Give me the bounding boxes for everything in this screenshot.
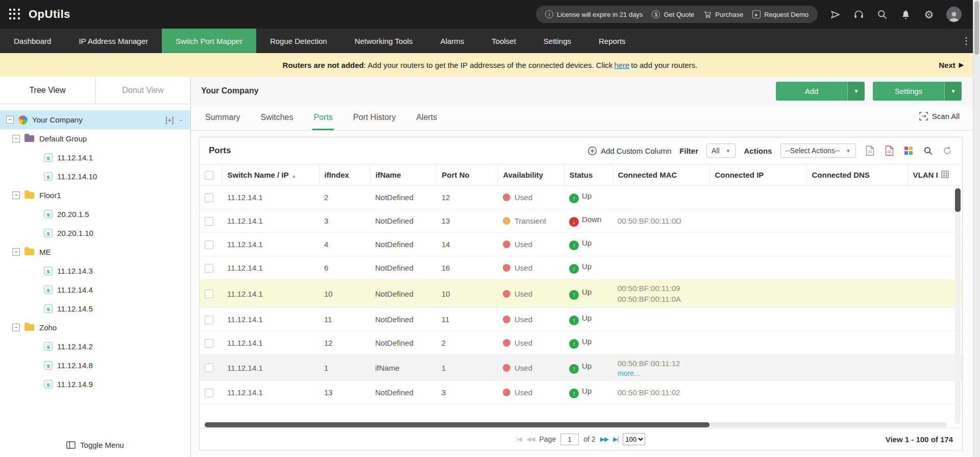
nav-item-alarms[interactable]: Alarms	[427, 29, 478, 53]
tab-donut-view[interactable]: Donut View	[95, 77, 190, 104]
row-checkbox[interactable]	[205, 264, 213, 273]
settings-dropdown-caret-icon[interactable]: ▼	[944, 82, 962, 101]
tree-node-11-12-14-3[interactable]: s11.12.14.3	[0, 261, 190, 280]
port-row[interactable]: 11.12.14.112NotDefined2Used↑Up	[200, 331, 962, 355]
vertical-scroll-thumb[interactable]	[955, 188, 961, 212]
column-header-vlan-i[interactable]: VLAN I	[908, 164, 962, 186]
column-header-connected-mac[interactable]: Connected MAC	[612, 164, 709, 186]
row-checkbox[interactable]	[205, 364, 213, 372]
nav-item-switch-port-mapper[interactable]: Switch Port Mapper	[162, 29, 256, 53]
scan-all-button[interactable]: Scan All	[919, 112, 960, 121]
settings-gear-icon[interactable]: ⚙	[923, 8, 935, 20]
settings-button[interactable]: Settings ▼	[873, 82, 962, 101]
page-size-select[interactable]: 100	[623, 433, 645, 445]
table-horizontal-scrollbar[interactable]	[205, 422, 947, 427]
tree-group-zoho[interactable]: −Zoho	[0, 318, 190, 337]
tree-node-11-12-14-4[interactable]: s11.12.14.4	[0, 280, 190, 299]
tree-node-20-20-1-10[interactable]: s20.20.1.10	[0, 224, 190, 243]
tree-node-11-12-14-8[interactable]: s11.12.14.8	[0, 356, 190, 375]
more-link[interactable]: more...	[618, 369, 640, 377]
apps-grid-icon[interactable]	[9, 9, 20, 20]
notifications-bell-icon[interactable]	[899, 8, 912, 20]
tab-switches[interactable]: Switches	[259, 113, 294, 130]
nav-item-reports[interactable]: Reports	[585, 29, 640, 53]
pager-first-icon[interactable]: |◀	[517, 436, 522, 443]
port-row[interactable]: 11.12.14.113NotDefined3Used↑Up00:50:BF:0…	[200, 381, 962, 404]
send-feedback-icon[interactable]	[829, 8, 841, 20]
add-button[interactable]: Add ▼	[776, 82, 865, 101]
tab-tree-view[interactable]: Tree View	[0, 77, 95, 104]
add-dropdown-caret-icon[interactable]: ▼	[847, 82, 865, 101]
select-all-checkbox[interactable]	[205, 171, 213, 180]
tree-group-default-group[interactable]: −Default Group	[0, 129, 190, 148]
filter-dropdown[interactable]: All ▼	[706, 143, 736, 158]
tab-ports[interactable]: Ports	[312, 113, 333, 130]
collapse-toggle-icon[interactable]: −	[12, 191, 20, 199]
nav-item-networking-tools[interactable]: Networking Tools	[341, 29, 427, 53]
pager-next-icon[interactable]: ▶▶	[600, 436, 608, 443]
collapse-all-control[interactable]: -	[180, 116, 182, 124]
column-header-switch-name-ip[interactable]: Switch Name / IP▲	[222, 164, 319, 186]
pager-last-icon[interactable]: ▶|	[613, 436, 618, 443]
horizontal-scroll-thumb[interactable]	[205, 422, 709, 427]
tree-group-floor1[interactable]: −Floor1	[0, 186, 190, 205]
collapse-toggle-icon[interactable]: −	[12, 324, 20, 331]
table-vertical-scrollbar[interactable]	[955, 187, 961, 424]
row-checkbox[interactable]	[205, 217, 213, 226]
support-headset-icon[interactable]	[852, 8, 865, 20]
row-checkbox[interactable]	[205, 339, 213, 348]
add-routers-here-link[interactable]: here	[614, 61, 629, 69]
port-row[interactable]: 11.12.14.13NotDefined13Transient↓Down00:…	[200, 209, 962, 233]
column-chooser-icon[interactable]	[903, 145, 914, 156]
tree-node-11-12-14-1[interactable]: s11.12.14.1	[0, 148, 190, 167]
port-row[interactable]: 11.12.14.111NotDefined11Used↑Up	[200, 308, 962, 331]
tree-node-11-12-14-5[interactable]: s11.12.14.5	[0, 299, 190, 318]
nav-item-rogue-detection[interactable]: Rogue Detection	[256, 29, 341, 53]
column-header-connected-dns[interactable]: Connected DNS	[806, 164, 908, 186]
port-row[interactable]: 11.12.14.11ifName1Used↑Up00:50:BF:00:11:…	[200, 355, 962, 381]
nav-item-settings[interactable]: Settings	[530, 29, 585, 53]
nav-item-dashboard[interactable]: Dashboard	[0, 29, 65, 53]
add-custom-column-button[interactable]: Add Custom Column	[587, 146, 671, 156]
export-pdf-icon[interactable]	[884, 145, 895, 156]
table-settings-grid-icon[interactable]	[941, 171, 949, 178]
port-row[interactable]: 11.12.14.16NotDefined16Used↑Up	[200, 256, 962, 280]
nav-item-ip-address-manager[interactable]: IP Address Manager	[65, 29, 162, 53]
column-header-connected-ip[interactable]: Connected IP	[709, 164, 806, 186]
expand-all-control[interactable]: [+]	[165, 116, 174, 124]
column-header-availability[interactable]: Availability	[498, 164, 564, 186]
pager-prev-icon[interactable]: ◀◀	[526, 436, 534, 443]
tab-port-history[interactable]: Port History	[352, 113, 397, 130]
port-row[interactable]: 11.12.14.14NotDefined14Used↑Up	[200, 233, 962, 256]
column-header-status[interactable]: Status	[564, 164, 612, 186]
toggle-menu-button[interactable]: Toggle Menu	[0, 432, 190, 457]
export-csv-icon[interactable]	[864, 145, 875, 156]
collapse-toggle-icon[interactable]: −	[6, 116, 14, 124]
tree-root-your-company[interactable]: − Your Company [+] -	[0, 110, 190, 129]
window-scrollbar[interactable]	[973, 0, 980, 457]
column-header-port-no[interactable]: Port No	[436, 164, 498, 186]
tree-node-20-20-1-5[interactable]: s20.20.1.5	[0, 205, 190, 224]
row-checkbox[interactable]	[205, 194, 213, 202]
tab-alerts[interactable]: Alerts	[415, 113, 438, 130]
row-checkbox[interactable]	[205, 316, 213, 324]
banner-next-button[interactable]: Next ▶	[939, 61, 964, 69]
actions-dropdown[interactable]: --Select Actions-- ▼	[780, 143, 856, 158]
tree-node-11-12-14-9[interactable]: s11.12.14.9	[0, 375, 190, 394]
window-scroll-thumb[interactable]	[974, 1, 979, 55]
column-header-ifname[interactable]: ifName	[370, 164, 436, 186]
refresh-icon[interactable]	[942, 145, 953, 156]
row-checkbox[interactable]	[205, 240, 213, 249]
collapse-toggle-icon[interactable]: −	[12, 135, 20, 142]
nav-item-toolset[interactable]: Toolset	[478, 29, 530, 53]
tree-node-11-12-14-10[interactable]: s11.12.14.10	[0, 167, 190, 186]
tab-summary[interactable]: Summary	[204, 113, 241, 130]
get-quote-link[interactable]: $ Get Quote	[652, 10, 694, 18]
user-avatar[interactable]	[946, 7, 962, 22]
tree-node-11-12-14-2[interactable]: s11.12.14.2	[0, 337, 190, 356]
row-checkbox[interactable]	[205, 389, 213, 397]
request-demo-link[interactable]: ▸ Request Demo	[752, 10, 808, 18]
tree-group-me[interactable]: −ME	[0, 243, 190, 261]
row-checkbox[interactable]	[205, 290, 213, 298]
purchase-link[interactable]: Purchase	[703, 10, 743, 18]
